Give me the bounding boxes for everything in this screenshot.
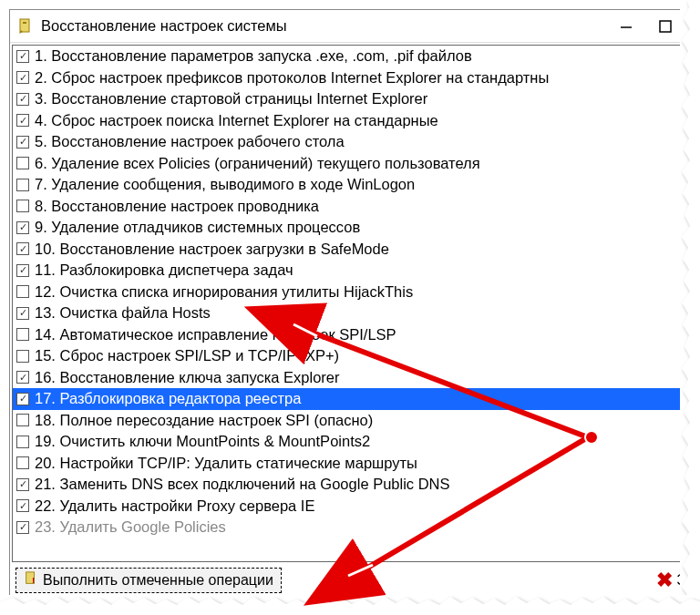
list-item-label: 18. Полное пересоздание настроек SPI (оп… (35, 412, 373, 429)
list-item[interactable]: 15. Сброс настроек SPI/LSP и TCP/IP (XP+… (13, 345, 687, 367)
maximize-button[interactable] (657, 18, 674, 35)
list-item[interactable]: 21. Заменить DNS всех подключений на Goo… (13, 474, 687, 496)
checkbox[interactable] (16, 221, 29, 234)
checkbox[interactable] (16, 285, 29, 298)
checkbox[interactable] (16, 242, 29, 255)
close-button-label: За (676, 572, 691, 589)
list-item[interactable]: 20. Настройки TCP/IP: Удалить статически… (13, 453, 687, 475)
list-item-label: 7. Удаление сообщения, выводимого в ходе… (35, 176, 415, 193)
list-item-label: 13. Очистка файла Hosts (35, 304, 211, 322)
list-item[interactable]: 6. Удаление всех Policies (ограничений) … (13, 153, 687, 175)
list-item[interactable]: 1. Восстановление параметров запуска .ex… (13, 46, 687, 67)
list-item[interactable]: 5. Восстановление настроек рабочего стол… (13, 131, 687, 153)
app-icon (17, 18, 34, 35)
checkbox[interactable] (16, 350, 29, 363)
list-item-label: 22. Удалить настройки Proxy сервера IE (35, 497, 314, 515)
list-item-label: 8. Восстановление настроек проводника (35, 198, 319, 215)
title-bar: Восстановление настроек системы (10, 10, 690, 43)
checkbox[interactable] (16, 371, 29, 384)
list-item[interactable]: 17. Разблокировка редактора реестра (13, 388, 687, 410)
svg-text:!: ! (32, 575, 35, 585)
svg-rect-0 (20, 19, 29, 32)
list-item[interactable]: 9. Удаление отладчиков системных процесс… (13, 217, 687, 239)
checkbox[interactable] (16, 456, 29, 469)
list-item[interactable]: 2. Сброс настроек префиксов протоколов I… (13, 67, 687, 89)
checkbox[interactable] (16, 50, 29, 63)
list-item[interactable]: 18. Полное пересоздание настроек SPI (оп… (13, 410, 687, 432)
checkbox[interactable] (16, 307, 29, 320)
checkbox[interactable] (16, 393, 29, 405)
checkbox[interactable] (16, 328, 29, 341)
checkbox[interactable] (16, 521, 29, 534)
settings-list[interactable]: 1. Восстановление параметров запуска .ex… (12, 45, 688, 562)
window-title: Восстановление настроек системы (41, 17, 618, 35)
checkbox[interactable] (16, 499, 29, 512)
list-item[interactable]: 7. Удаление сообщения, выводимого в ходе… (13, 174, 687, 196)
list-item[interactable]: 13. Очистка файла Hosts (13, 302, 687, 324)
list-item-label: 2. Сброс настроек префиксов протоколов I… (35, 69, 549, 87)
list-item[interactable]: 12. Очистка списка игнорирования утилиты… (13, 282, 687, 303)
main-window: Восстановление настроек системы 1. Восст… (9, 9, 691, 606)
list-item-label: 12. Очистка списка игнорирования утилиты… (35, 283, 413, 301)
close-icon: ✖ (656, 569, 673, 592)
checkbox[interactable] (16, 93, 29, 106)
window-controls (618, 18, 674, 35)
list-item-label: 21. Заменить DNS всех подключений на Goo… (35, 476, 450, 493)
list-item-label: 16. Восстановление ключа запуска Explore… (35, 369, 340, 386)
checkbox[interactable] (16, 436, 29, 448)
list-item-label: 1. Восстановление параметров запуска .ex… (35, 47, 472, 65)
list-item[interactable]: 4. Сброс настроек поиска Internet Explor… (13, 110, 687, 132)
minimize-button[interactable] (618, 18, 634, 35)
list-item-label: 20. Настройки TCP/IP: Удалить статически… (35, 455, 417, 472)
list-item[interactable]: 11. Разблокировка диспетчера задач (13, 260, 687, 282)
list-item[interactable]: 23. Удалить Google Policies (13, 517, 687, 538)
list-item[interactable]: 14. Автоматическое исправление настроек … (13, 324, 687, 346)
checkbox[interactable] (16, 157, 29, 169)
checkbox[interactable] (16, 114, 29, 127)
list-item[interactable]: 16. Восстановление ключа запуска Explore… (13, 367, 687, 389)
checkbox[interactable] (16, 264, 29, 277)
svg-rect-3 (660, 21, 671, 32)
list-item[interactable]: 8. Восстановление настроек проводника (13, 196, 687, 218)
execute-button-label: Выполнить отмеченные операции (43, 572, 273, 589)
list-item[interactable]: 22. Удалить настройки Proxy сервера IE (13, 496, 687, 518)
list-item-label: 6. Удаление всех Policies (ограничений) … (35, 155, 480, 172)
svg-rect-1 (23, 22, 26, 24)
list-item[interactable]: 19. Очистить ключи MountPoints & MountPo… (13, 431, 687, 453)
list-item-label: 11. Разблокировка диспетчера задач (35, 261, 293, 279)
checkbox[interactable] (16, 414, 29, 426)
list-item-label: 10. Восстановление настроек загрузки в S… (35, 241, 389, 258)
list-item-label: 14. Автоматическое исправление настроек … (35, 326, 396, 343)
checkbox[interactable] (16, 478, 29, 491)
checkbox[interactable] (16, 136, 29, 149)
list-item-label: 3. Восстановление стартовой страницы Int… (35, 90, 427, 108)
checkbox[interactable] (16, 179, 29, 191)
list-item-label: 15. Сброс настроек SPI/LSP и TCP/IP (XP+… (35, 347, 339, 364)
list-item[interactable]: 3. Восстановление стартовой страницы Int… (13, 88, 687, 110)
list-item-label: 9. Удаление отладчиков системных процесс… (35, 219, 360, 236)
script-icon: ! (24, 571, 38, 589)
checkbox[interactable] (16, 71, 29, 84)
checkbox[interactable] (16, 200, 29, 212)
list-item-label: 19. Очистить ключи MountPoints & MountPo… (35, 433, 370, 450)
list-item-label: 5. Восстановление настроек рабочего стол… (35, 133, 345, 150)
bottom-bar: ! Выполнить отмеченные операции ✖ За (10, 564, 690, 597)
list-item-label: 23. Удалить Google Policies (35, 518, 226, 536)
execute-button[interactable]: ! Выполнить отмеченные операции (15, 568, 282, 593)
close-button[interactable]: ✖ За (656, 569, 691, 592)
list-item-label: 4. Сброс настроек поиска Internet Explor… (35, 112, 438, 129)
list-item[interactable]: 10. Восстановление настроек загрузки в S… (13, 239, 687, 261)
list-item-label: 17. Разблокировка редактора реестра (35, 390, 301, 407)
